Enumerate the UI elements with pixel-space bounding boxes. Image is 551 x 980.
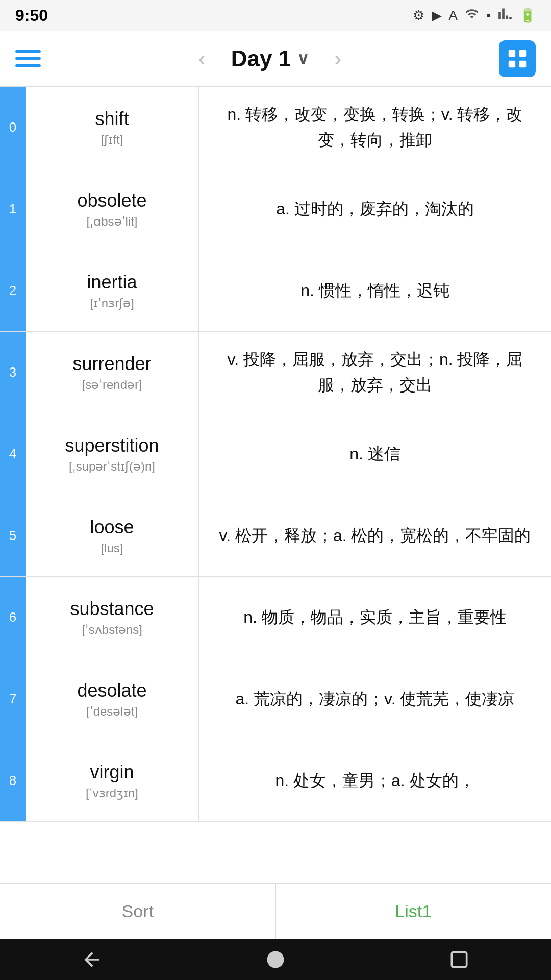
word-definition: n. 惯性，惰性，迟钝 bbox=[199, 250, 551, 331]
toolbar: ‹ Day 1 ∨ › bbox=[0, 31, 551, 87]
word-definition: n. 处女，童男；a. 处女的， bbox=[199, 740, 551, 821]
chevron-down-icon: ∨ bbox=[297, 49, 309, 68]
table-row[interactable]: 6substance[ˈsʌbstəns]n. 物质，物品，实质，主旨，重要性 bbox=[0, 577, 551, 658]
tab-list1[interactable]: List1 bbox=[276, 884, 552, 939]
status-time: 9:50 bbox=[15, 6, 48, 25]
table-row[interactable]: 3surrender[səˈrendər]v. 投降，屈服，放弃，交出；n. 投… bbox=[0, 332, 551, 413]
word-phonetic: [səˈrendər] bbox=[82, 378, 142, 392]
svg-rect-3 bbox=[519, 60, 526, 67]
table-row[interactable]: 4superstition[ˌsupərˈstɪʃ(ə)n]n. 迷信 bbox=[0, 413, 551, 495]
word-list: 0shift[ʃɪft]n. 转移，改变，变换，转换；v. 转移，改变，转向，推… bbox=[0, 87, 551, 883]
home-button[interactable] bbox=[264, 948, 287, 971]
tab-sort[interactable]: Sort bbox=[0, 884, 276, 939]
word-english: virgin bbox=[90, 762, 134, 783]
row-index: 7 bbox=[0, 658, 26, 740]
word-phonetic: [ˈvɜrdʒɪn] bbox=[86, 786, 138, 800]
word-column: desolate[ˈdesələt] bbox=[26, 658, 199, 740]
menu-button[interactable] bbox=[15, 50, 41, 67]
svg-rect-2 bbox=[509, 60, 515, 67]
word-english: superstition bbox=[65, 435, 159, 456]
word-definition: v. 松开，释放；a. 松的，宽松的，不牢固的 bbox=[199, 495, 551, 576]
word-english: substance bbox=[70, 598, 154, 620]
word-english: desolate bbox=[77, 680, 146, 701]
font-icon: A bbox=[449, 8, 458, 23]
word-english: loose bbox=[90, 517, 134, 538]
word-phonetic: [ˌɑbsəˈlit] bbox=[86, 214, 137, 229]
svg-rect-0 bbox=[509, 50, 515, 56]
play-icon: ▶ bbox=[432, 8, 442, 23]
day-title[interactable]: Day 1 ∨ bbox=[231, 46, 309, 71]
row-index: 5 bbox=[0, 495, 26, 576]
word-column: surrender[səˈrendər] bbox=[26, 332, 199, 413]
table-row[interactable]: 5loose[lus]v. 松开，释放；a. 松的，宽松的，不牢固的 bbox=[0, 495, 551, 577]
word-phonetic: [ʃɪft] bbox=[101, 133, 123, 147]
word-english: surrender bbox=[72, 353, 151, 375]
row-index: 0 bbox=[0, 87, 26, 168]
word-definition: n. 转移，改变，变换，转换；v. 转移，改变，转向，推卸 bbox=[199, 87, 551, 168]
word-column: loose[lus] bbox=[26, 495, 199, 576]
toolbar-nav: ‹ Day 1 ∨ › bbox=[193, 46, 346, 71]
word-english: inertia bbox=[87, 272, 137, 293]
row-index: 8 bbox=[0, 740, 26, 821]
word-definition: n. 物质，物品，实质，主旨，重要性 bbox=[199, 577, 551, 658]
word-english: shift bbox=[95, 108, 129, 130]
word-phonetic: [lus] bbox=[101, 541, 123, 555]
table-row[interactable]: 7desolate[ˈdesələt]a. 荒凉的，凄凉的；v. 使荒芜，使凄凉 bbox=[0, 658, 551, 740]
word-column: superstition[ˌsupərˈstɪʃ(ə)n] bbox=[26, 413, 199, 495]
table-row[interactable]: 8virgin[ˈvɜrdʒɪn]n. 处女，童男；a. 处女的， bbox=[0, 740, 551, 822]
svg-point-4 bbox=[267, 951, 284, 968]
wifi-icon bbox=[465, 7, 479, 24]
bottom-tabs: Sort List1 bbox=[0, 883, 551, 939]
status-bar: 9:50 ⚙ ▶ A • 🔋 bbox=[0, 0, 551, 31]
table-row[interactable]: 1obsolete[ˌɑbsəˈlit]a. 过时的，废弃的，淘汰的 bbox=[0, 168, 551, 250]
word-phonetic: [ɪˈnɜrʃə] bbox=[90, 296, 134, 310]
word-column: inertia[ɪˈnɜrʃə] bbox=[26, 250, 199, 331]
signal-icon bbox=[498, 7, 512, 24]
prev-button[interactable]: ‹ bbox=[193, 48, 211, 69]
word-definition: n. 迷信 bbox=[199, 413, 551, 495]
svg-rect-1 bbox=[519, 50, 526, 56]
word-column: shift[ʃɪft] bbox=[26, 87, 199, 168]
battery-icon: 🔋 bbox=[519, 8, 536, 23]
row-index: 6 bbox=[0, 577, 26, 658]
word-column: virgin[ˈvɜrdʒɪn] bbox=[26, 740, 199, 821]
word-definition: a. 过时的，废弃的，淘汰的 bbox=[199, 168, 551, 250]
row-index: 4 bbox=[0, 413, 26, 495]
svg-rect-5 bbox=[452, 952, 466, 967]
next-button[interactable]: › bbox=[329, 48, 346, 69]
recent-button[interactable] bbox=[448, 948, 470, 971]
word-definition: a. 荒凉的，凄凉的；v. 使荒芜，使凄凉 bbox=[199, 658, 551, 740]
word-column: obsolete[ˌɑbsəˈlit] bbox=[26, 168, 199, 250]
word-phonetic: [ˈsʌbstəns] bbox=[82, 623, 142, 637]
word-definition: v. 投降，屈服，放弃，交出；n. 投降，屈服，放弃，交出 bbox=[199, 332, 551, 413]
word-phonetic: [ˈdesələt] bbox=[86, 704, 138, 719]
table-row[interactable]: 2inertia[ɪˈnɜrʃə]n. 惯性，惰性，迟钝 bbox=[0, 250, 551, 332]
status-icons: ⚙ ▶ A • 🔋 bbox=[413, 7, 536, 24]
back-button[interactable] bbox=[81, 948, 103, 971]
nav-bar bbox=[0, 939, 551, 980]
grid-view-button[interactable] bbox=[499, 40, 536, 77]
word-phonetic: [ˌsupərˈstɪʃ(ə)n] bbox=[69, 459, 155, 474]
word-english: obsolete bbox=[77, 190, 146, 211]
row-index: 2 bbox=[0, 250, 26, 331]
row-index: 3 bbox=[0, 332, 26, 413]
dot-icon: • bbox=[486, 8, 491, 23]
word-column: substance[ˈsʌbstəns] bbox=[26, 577, 199, 658]
settings-icon: ⚙ bbox=[413, 8, 424, 23]
table-row[interactable]: 0shift[ʃɪft]n. 转移，改变，变换，转换；v. 转移，改变，转向，推… bbox=[0, 87, 551, 168]
row-index: 1 bbox=[0, 168, 26, 250]
